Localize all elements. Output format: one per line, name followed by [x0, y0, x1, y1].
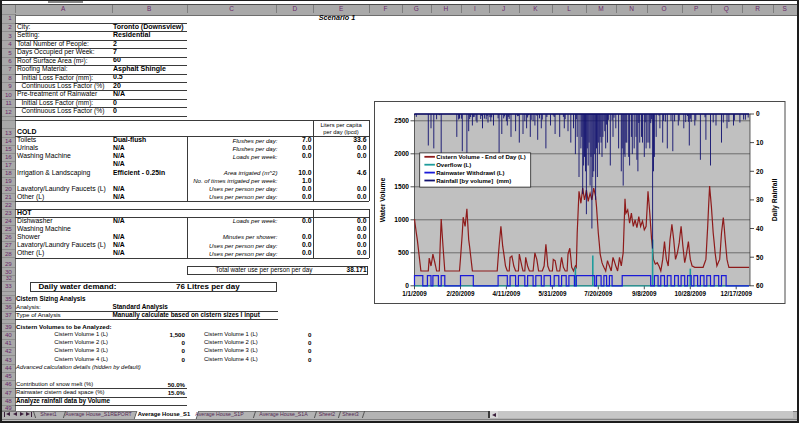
- svg-text:2000: 2000: [394, 150, 409, 157]
- svg-text:12/17/2009: 12/17/2009: [720, 290, 752, 297]
- svg-text:9/8/2009: 9/8/2009: [632, 290, 657, 297]
- svg-text:Overflow (L): Overflow (L): [436, 162, 471, 168]
- svg-text:Water Volume: Water Volume: [379, 178, 386, 223]
- svg-text:0: 0: [405, 282, 409, 289]
- svg-text:Rainwater Withdrawl (L): Rainwater Withdrawl (L): [436, 170, 504, 176]
- svg-text:10/28/2009: 10/28/2009: [675, 290, 707, 297]
- svg-text:1/1/2009: 1/1/2009: [402, 290, 427, 297]
- svg-text:Cistern Volume - End of Day (L: Cistern Volume - End of Day (L): [436, 154, 526, 160]
- svg-text:4/11/2009: 4/11/2009: [493, 290, 521, 297]
- svg-text:Daily Rainfall: Daily Rainfall: [771, 179, 779, 222]
- svg-text:40: 40: [756, 225, 764, 232]
- svg-text:5/31/2009: 5/31/2009: [538, 290, 567, 297]
- svg-text:2/20/2009: 2/20/2009: [446, 290, 475, 297]
- svg-text:1500: 1500: [394, 183, 409, 190]
- svg-text:30: 30: [756, 196, 764, 203]
- svg-text:50: 50: [756, 254, 764, 261]
- svg-text:Rainfall [by volume] (mm): Rainfall [by volume] (mm): [436, 178, 511, 184]
- svg-text:60: 60: [756, 282, 764, 289]
- svg-text:7/20/2009: 7/20/2009: [584, 290, 613, 297]
- svg-text:10: 10: [756, 139, 764, 146]
- svg-text:0: 0: [756, 110, 760, 117]
- svg-text:2500: 2500: [394, 117, 409, 124]
- svg-text:500: 500: [398, 249, 409, 256]
- svg-text:20: 20: [756, 168, 764, 175]
- svg-text:1000: 1000: [394, 216, 409, 223]
